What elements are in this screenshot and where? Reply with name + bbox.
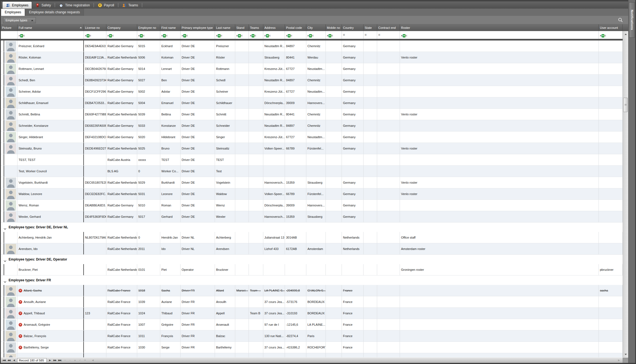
cell-teams[interactable] — [249, 243, 263, 254]
cell-teams[interactable] — [249, 200, 263, 211]
cell-full_name[interactable]: TEST, TEST — [17, 154, 84, 165]
cell-city[interactable] — [306, 264, 326, 275]
cell-employee_no[interactable]: 5020 — [137, 132, 160, 143]
cell-employee_no[interactable]: 5004 — [137, 97, 160, 108]
filter-cell-user_account[interactable]: ABC — [599, 31, 623, 39]
cell-primary_employee_type[interactable] — [181, 353, 215, 357]
cell-last_name[interactable]: Rösler — [215, 52, 235, 63]
vertical-scrollbar[interactable] — [623, 31, 628, 357]
cell-contract_end[interactable] — [377, 41, 400, 52]
cell-contract_end[interactable] — [377, 232, 400, 243]
cell-first_name[interactable]: Koloman — [160, 52, 181, 63]
cell-user_account[interactable]: sacha — [599, 285, 623, 296]
cell-postal_code[interactable]: -204999,8 — [285, 285, 306, 296]
nav-last-button[interactable]: ▶▶| — [57, 358, 62, 363]
cell-state[interactable] — [364, 188, 377, 199]
table-row[interactable]: ✕Allard, SachaRailCube France1018SachaDr… — [1, 285, 623, 296]
cell-address[interactable]: Lizhof 433 — [263, 243, 285, 254]
cell-first_name[interactable]: Leonore — [160, 188, 181, 199]
nav-next-page-button[interactable]: ▶▶ — [52, 358, 57, 363]
filter-cell-state[interactable]: = — [364, 31, 377, 39]
filter-cell-first_name[interactable]: ABC — [160, 31, 181, 39]
cell-first_name[interactable]: Roman — [160, 200, 181, 211]
cell-employee_no[interactable]: 2011 — [137, 243, 160, 254]
cell-teams[interactable] — [249, 132, 263, 143]
cell-mobile_no[interactable] — [326, 109, 342, 120]
cell-roster[interactable] — [400, 166, 599, 177]
cell-address[interactable]: Volker-Speer... — [263, 143, 285, 154]
cell-license_no[interactable] — [84, 166, 106, 177]
cell-last_name[interactable]: Allard — [215, 285, 235, 296]
cell-employee_no[interactable]: 0101 — [137, 264, 160, 275]
cell-user_account[interactable] — [599, 296, 623, 307]
cell-last_name[interactable]: Test — [215, 166, 235, 177]
cell-state[interactable] — [364, 154, 377, 165]
filter-cell-mobile_no[interactable]: ABC — [326, 31, 342, 39]
filter-cell-primary_employee_type[interactable]: ABC — [181, 31, 215, 39]
cell-state[interactable] — [364, 353, 377, 357]
column-header-user_account[interactable]: User account — [599, 24, 623, 31]
table-row[interactable]: Wexler, GerhardDE4F5360F9DCRailCube Germ… — [1, 211, 623, 223]
cell-postal_code[interactable]: 15359 — [285, 177, 306, 188]
cell-company[interactable]: RailCube Netherlands — [106, 52, 137, 63]
cell-full_name[interactable]: ✕Barthélemy, Serge — [17, 342, 84, 353]
cell-first_name[interactable]: Piet — [160, 264, 181, 275]
cell-employee_no[interactable]: 5039 — [137, 109, 160, 120]
cell-picture[interactable] — [4, 154, 17, 165]
cell-employee_no[interactable]: 5006 — [137, 52, 160, 63]
cell-license_no[interactable] — [84, 319, 106, 330]
cell-state[interactable] — [364, 97, 377, 108]
cell-license_no[interactable]: DECB04426760 — [84, 63, 106, 74]
cell-city[interactable]: Hannovers... — [306, 97, 326, 108]
cell-picture[interactable] — [4, 132, 17, 143]
cell-license_no[interactable]: DE4F5360F9DC — [84, 211, 106, 222]
table-row[interactable]: Achterberg, Hendrik-JanNL807D6179ACRailC… — [1, 232, 623, 243]
cell-license_no[interactable]: DEF432108DC0 — [84, 132, 106, 143]
cell-mobile_no[interactable] — [326, 41, 342, 52]
cell-postal_code[interactable]: 66789 — [285, 188, 306, 199]
column-header-teams[interactable]: Teams — [249, 24, 263, 31]
cell-roster[interactable] — [400, 86, 599, 97]
cell-teams[interactable] — [249, 75, 263, 86]
group-row[interactable]: Employee types: Driver FR — [1, 275, 623, 285]
cell-state[interactable] — [364, 296, 377, 307]
cell-roster[interactable] — [400, 319, 599, 330]
group-row[interactable]: Employee types: Driver DE, Operator — [1, 255, 623, 264]
cell-city[interactable] — [306, 154, 326, 165]
cell-contract_end[interactable] — [377, 97, 400, 108]
cell-employee_no[interactable]: 5017 — [137, 211, 160, 222]
cell-last_name[interactable]: Balzac — [215, 330, 235, 342]
cell-address[interactable]: Hannoversch... — [263, 177, 285, 188]
cell-picture[interactable] — [4, 52, 17, 63]
cell-mobile_no[interactable] — [326, 143, 342, 154]
cell-stand[interactable] — [235, 200, 249, 211]
cell-mobile_no[interactable] — [326, 63, 342, 74]
column-header-contract_end[interactable]: Contract end — [377, 24, 400, 31]
cell-user_account[interactable] — [599, 188, 623, 199]
cell-company[interactable]: RailCube Germany — [106, 63, 137, 74]
cell-user_account[interactable] — [599, 154, 623, 165]
cell-country[interactable]: Germany — [342, 120, 364, 131]
cell-postal_code[interactable]: 84897 — [285, 120, 306, 131]
cell-state[interactable] — [364, 243, 377, 254]
cell-country[interactable]: Netherlands — [342, 243, 364, 254]
cell-picture[interactable] — [4, 319, 17, 330]
cell-city[interactable]: Neustadtm... — [306, 86, 326, 97]
cell-company[interactable]: RailCube Netherlands — [106, 143, 137, 154]
cell-company[interactable]: RailCube Germany — [106, 75, 137, 86]
cell-address[interactable]: 37 cours Jea... — [263, 296, 285, 307]
cell-license_no[interactable]: 123 — [84, 308, 106, 319]
cell-state[interactable] — [364, 330, 377, 342]
cell-full_name[interactable]: Schmitt, Bettina — [17, 109, 84, 120]
group-row[interactable]: Employee types: Driver DE, Driver NL — [1, 223, 623, 232]
cell-address[interactable]: Julianstraat 13 — [263, 232, 285, 243]
filter-cell-contract_end[interactable]: = — [377, 31, 400, 39]
cell-company[interactable]: RailCube France — [106, 296, 137, 307]
cell-stand[interactable] — [235, 143, 249, 154]
cell-address[interactable]: Neustadtm R... — [263, 75, 285, 86]
table-row[interactable]: Arendsen, IdoRailCube Netherlands2011Ido… — [1, 243, 623, 255]
table-row[interactable]: ✕Barthélemy, SergeRailCube France1030Ser… — [1, 342, 623, 353]
cell-picture[interactable] — [4, 97, 17, 108]
cell-contract_end[interactable] — [377, 296, 400, 307]
cell-city[interactable]: Paris — [306, 330, 326, 342]
